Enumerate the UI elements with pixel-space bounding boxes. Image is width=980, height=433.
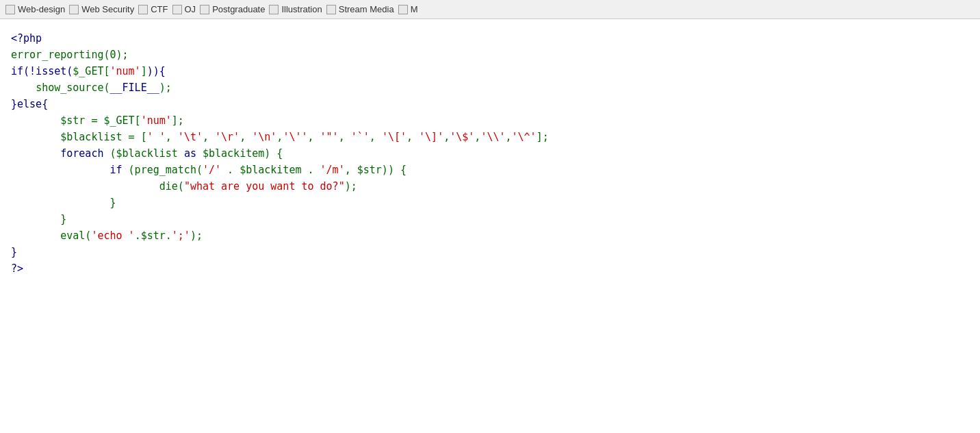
top-navigation-bar: Web-design Web Security CTF OJ Postgradu… [0,0,980,19]
tab-illustration-label: Illustration [281,4,322,14]
tab-stream-media-label: Stream Media [339,4,394,14]
tab-postgraduate[interactable]: Postgraduate [200,4,265,14]
code-line-7: $blacklist = [' ', '\t', '\r', '\n','\''… [11,129,969,145]
code-line-14: } [11,244,969,260]
code-line-13: eval('echo '.$str.';'); [11,227,969,244]
code-line-12: } [11,211,969,227]
tab-stream-media-checkbox[interactable] [326,5,336,14]
tab-ctf-checkbox[interactable] [138,5,148,14]
tab-web-design[interactable]: Web-design [5,4,65,14]
tab-illustration-checkbox[interactable] [269,5,279,14]
code-line-8: foreach ($blacklist as $blackitem) { [11,145,969,162]
code-line-9: if (preg_match('/' . $blackitem . '/m', … [11,162,969,178]
tab-oj-label: OJ [185,4,196,14]
tab-oj[interactable]: OJ [172,4,196,14]
tab-postgraduate-checkbox[interactable] [200,5,209,14]
code-line-10: die("what are you want to do?"); [11,178,969,195]
tab-web-security[interactable]: Web Security [69,4,134,14]
tab-illustration[interactable]: Illustration [269,4,322,14]
tab-m-label: M [411,4,418,14]
code-line-15: ?> [11,260,969,277]
tab-stream-media[interactable]: Stream Media [326,4,394,14]
code-line-2: error_reporting(0); [11,47,969,63]
code-line-4: show_source(__FILE__); [11,79,969,96]
tab-oj-checkbox[interactable] [172,5,182,14]
tab-web-design-checkbox[interactable] [5,5,15,14]
tab-web-security-checkbox[interactable] [69,5,79,14]
code-display: <?php error_reporting(0); if(!isset($_GE… [0,19,980,288]
tab-web-security-label: Web Security [81,4,134,14]
tab-ctf-label: CTF [151,4,168,14]
php-source-code: <?php error_reporting(0); if(!isset($_GE… [11,30,969,277]
tab-web-design-label: Web-design [18,4,65,14]
code-line-1: <?php [11,30,969,47]
code-line-3: if(!isset($_GET['num'])){ [11,63,969,79]
code-line-5: }else{ [11,96,969,112]
code-line-11: } [11,195,969,211]
tab-m-checkbox[interactable] [398,5,408,14]
tab-postgraduate-label: Postgraduate [212,4,265,14]
tab-m[interactable]: M [398,4,418,14]
tab-ctf[interactable]: CTF [138,4,168,14]
code-line-6: $str = $_GET['num']; [11,112,969,129]
